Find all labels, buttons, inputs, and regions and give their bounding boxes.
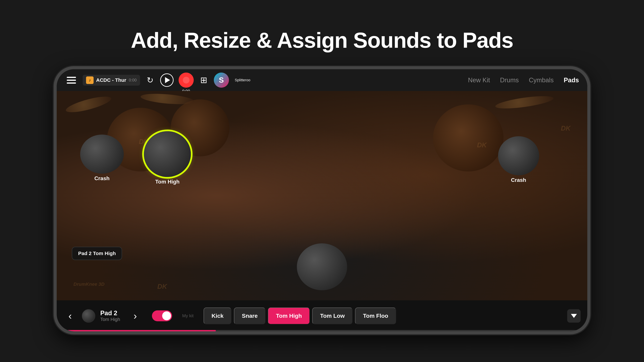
nav-cymbals[interactable]: Cymbals [529, 77, 554, 84]
device-screen: ♪ ACDC - Thur 0:00 ↻ 0:00 ⊞ S Splitteroo [57, 69, 587, 331]
pad-kick-inner [297, 243, 347, 290]
play-button[interactable] [160, 73, 174, 87]
progress-bar [57, 330, 587, 331]
pad-crash-left-inner [80, 135, 124, 174]
bottom-controls: ‹ Pad 2 Tom High › My kit Kick Snare Tom… [57, 300, 587, 331]
deco-drum-3 [433, 104, 504, 171]
menu-button[interactable] [65, 75, 78, 85]
drum-area: DK DK DK DK DK DrumKnee 3D Crash Tom Hig… [57, 91, 587, 300]
pad-indicator [82, 309, 95, 323]
nav-pads[interactable]: Pads [564, 77, 579, 84]
sound-tom-low-button[interactable]: Tom Low [312, 308, 353, 324]
pad-crash-right-label: Crash [511, 177, 526, 183]
nav-new-kit[interactable]: New Kit [468, 77, 490, 84]
dk-mark-3: DK [477, 141, 487, 149]
pad-number-label: Pad 2 [100, 310, 120, 317]
sound-buttons: Kick Snare Tom High Tom Low Tom Floo [204, 308, 562, 324]
pad-tom-high-inner [144, 131, 191, 177]
device-frame: ♪ ACDC - Thur 0:00 ↻ 0:00 ⊞ S Splitteroo [54, 66, 590, 334]
sound-kick-button[interactable]: Kick [204, 308, 232, 324]
pad-crash-right[interactable]: Crash [497, 136, 540, 183]
toggle-knob [162, 311, 171, 320]
kit-name-label: My kit [182, 313, 194, 319]
sound-tom-floo-button[interactable]: Tom Floo [355, 308, 396, 324]
pad-tom-high[interactable]: Tom High [142, 131, 192, 185]
mixer-icon: ⊞ [200, 75, 207, 85]
next-pad-button[interactable]: › [128, 309, 142, 323]
pad-sound-label: Tom High [100, 317, 120, 322]
pad-crash-left[interactable]: Crash [78, 135, 126, 182]
sound-dropdown-button[interactable] [567, 309, 580, 323]
pad-info: Pad 2 Tom High [100, 310, 120, 322]
pad-toggle[interactable] [152, 310, 172, 321]
mixer-button[interactable]: ⊞ [199, 75, 209, 85]
record-icon [183, 77, 190, 83]
top-bar: ♪ ACDC - Thur 0:00 ↻ 0:00 ⊞ S Splitteroo [57, 69, 587, 91]
dk-mark-4: DK [561, 124, 570, 132]
float-label-pad2: Pad 2 Tom High [72, 247, 122, 260]
dropdown-arrow-icon [571, 314, 577, 318]
track-name: ACDC - Thur [96, 77, 126, 83]
play-icon [165, 77, 170, 83]
sound-tom-high-button[interactable]: Tom High [268, 308, 310, 324]
progress-fill [57, 330, 216, 331]
splitteroo-button[interactable]: S [214, 72, 229, 88]
top-nav: New Kit Drums Cymbals Pads [468, 77, 579, 84]
page-title: Add, Resize & Assign Sounds to Pads [131, 28, 513, 53]
sound-snare-button[interactable]: Snare [234, 308, 266, 324]
track-info[interactable]: ♪ ACDC - Thur 0:00 [83, 75, 140, 86]
splitteroo-label: Splitteroo [235, 78, 250, 82]
nav-drums[interactable]: Drums [500, 77, 519, 84]
prev-pad-button[interactable]: ‹ [64, 309, 77, 323]
refresh-button[interactable]: ↻ [145, 75, 155, 85]
track-time: 0:00 [129, 78, 137, 82]
refresh-icon: ↻ [147, 75, 154, 85]
record-button[interactable]: 0:00 [178, 72, 194, 88]
pad-tom-high-label: Tom High [155, 179, 180, 185]
track-icon: ♪ [86, 76, 94, 84]
dk-mark-6: DrumKnee 3D [74, 282, 104, 287]
pad-kick[interactable] [295, 242, 349, 292]
pad-crash-left-label: Crash [94, 175, 110, 182]
splitteroo-icon: S [219, 76, 224, 84]
pad-crash-right-inner [498, 136, 539, 175]
dk-mark-5: DK [157, 283, 167, 290]
